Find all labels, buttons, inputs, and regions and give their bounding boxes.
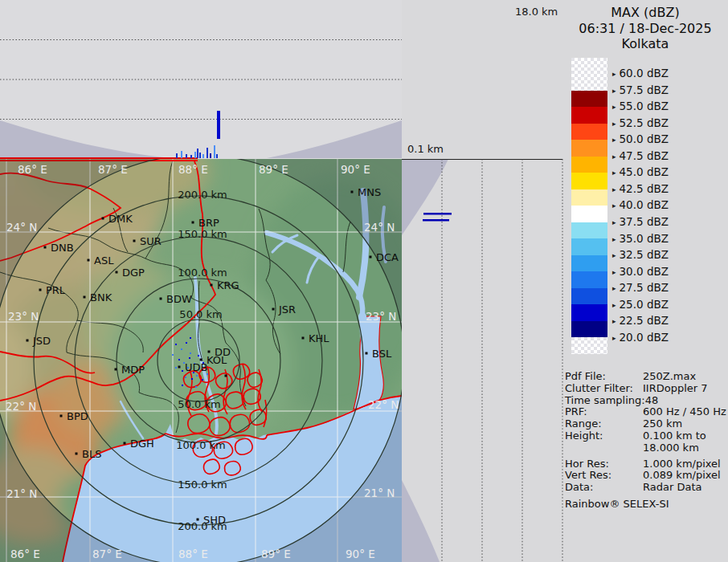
range-ring-label: 100.0 km	[178, 267, 227, 279]
station-label: JSR	[278, 303, 296, 316]
dbz-swatch-13	[571, 304, 607, 321]
echo-speck	[186, 342, 187, 344]
dbz-threshold-label: ▸50.0 dBZ	[612, 132, 669, 145]
meta-label: Data:	[565, 482, 643, 494]
echo-speck	[190, 337, 191, 339]
dbz-swatch-7	[571, 206, 607, 222]
meta-value: 1.000 km/pixel	[643, 458, 721, 470]
coordinate-label: 88° E	[178, 163, 208, 176]
height-axis-min-label: 0.1 km	[407, 143, 444, 155]
coordinate-label: 87° E	[92, 548, 122, 560]
dbz-threshold-label: ▸47.5 dBZ	[612, 149, 669, 162]
station-dot	[115, 369, 117, 371]
coordinate-label: 89° E	[261, 548, 291, 560]
echo-speck	[181, 348, 182, 350]
station-label: MDP	[121, 364, 145, 376]
meta-value: 0.100 km to	[643, 430, 706, 442]
dbz-swatch-0	[571, 91, 607, 108]
coordinate-label: 21° N	[364, 487, 395, 499]
side-height-profile-panel	[402, 159, 567, 562]
station-label: BDW	[166, 293, 192, 305]
dbz-swatch-1	[571, 107, 607, 124]
echo-speck	[191, 378, 193, 380]
tick-arrow-icon: ▸	[612, 268, 616, 276]
dbz-swatch-5	[571, 173, 607, 189]
echo-column-bar	[217, 111, 220, 139]
meta-label: Range:	[565, 418, 643, 430]
tick-arrow-icon: ▸	[612, 169, 616, 177]
echo-speck	[182, 385, 183, 386]
dbz-value: 40.0 dBZ	[620, 198, 669, 211]
tick-arrow-icon: ▸	[612, 235, 616, 243]
echo-speck	[196, 375, 198, 377]
dbz-threshold-label: ▸57.5 dBZ	[612, 83, 669, 96]
dbz-threshold-label: ▸40.0 dBZ	[612, 198, 669, 211]
height-axis-max-label: 18.0 km	[515, 6, 558, 18]
station-dot	[88, 259, 90, 262]
meta-value: 250 km	[643, 418, 682, 430]
echo-speck	[185, 377, 186, 378]
dbz-value: 57.5 dBZ	[620, 83, 669, 96]
meta-value: IIRDoppler 7	[643, 383, 708, 395]
height-gridlines	[442, 159, 562, 562]
coordinate-label: 24° N	[364, 221, 395, 234]
range-ring-label: 50.0 km	[178, 398, 220, 410]
dbz-value: 52.5 dBZ	[620, 116, 669, 129]
meta-label: Vert Res:	[565, 470, 643, 482]
dbz-threshold-label: ▸22.5 dBZ	[612, 314, 669, 327]
dbz-swatch-above-60	[571, 58, 607, 91]
echo-tick	[216, 154, 218, 158]
echo-dash	[423, 213, 452, 215]
tick-arrow-icon: ▸	[612, 284, 616, 292]
station-label: DNB	[51, 242, 74, 254]
coordinate-label: 22° N	[368, 398, 399, 411]
station-label: BSL	[372, 348, 392, 360]
echo-tick	[207, 148, 208, 158]
product-metadata: Pdf File:250Z.max Clutter Filter:IIRDopp…	[565, 371, 727, 511]
range-ring-label: 150.0 km	[178, 228, 227, 240]
echo-speck	[207, 373, 208, 375]
dbz-swatch-4	[571, 157, 607, 173]
coordinate-label: 86° E	[18, 163, 47, 176]
radar-application-window: DMKBRPSURMNSDNBASLDGPDCAPRLBNKBDWKRGJSRK…	[0, 0, 728, 562]
coordinate-label: 90° E	[346, 548, 375, 560]
range-ring-label: 50.0 km	[179, 308, 222, 320]
tick-arrow-icon: ▸	[612, 218, 616, 226]
station-dot	[116, 271, 118, 274]
coordinate-label: 21° N	[6, 487, 37, 500]
echo-speck	[178, 359, 180, 360]
meta-label: Height:	[565, 430, 643, 442]
meta-label: Pdf File:	[565, 371, 643, 383]
station-label: MNS	[358, 186, 381, 198]
dbz-swatch-12	[571, 288, 607, 305]
dbz-threshold-label: ▸60.0 dBZ	[612, 67, 669, 79]
dbz-threshold-label: ▸37.5 dBZ	[612, 215, 669, 228]
tick-arrow-icon: ▸	[612, 153, 616, 161]
station-label: UDB	[185, 361, 207, 373]
dbz-threshold-label: ▸30.0 dBZ	[612, 265, 669, 278]
dbz-threshold-label: ▸20.0 dBZ	[612, 331, 669, 344]
station-dot	[302, 337, 305, 340]
station-label: KRG	[217, 279, 239, 291]
meta-label: Hor Res:	[565, 458, 643, 470]
echo-speck	[195, 386, 197, 388]
station-dot	[272, 308, 275, 311]
echo-tick	[186, 154, 187, 158]
echo-tick	[199, 153, 201, 158]
echo-speck	[189, 357, 190, 359]
station-dot	[27, 340, 29, 342]
station-label: DMK	[108, 213, 133, 225]
echo-speck	[172, 354, 174, 356]
echo-speck	[182, 370, 183, 372]
station-dot	[44, 246, 47, 249]
station-label: KOL	[207, 354, 227, 366]
echo-tick	[202, 154, 204, 158]
tick-arrow-icon: ▸	[612, 136, 616, 144]
software-credit: Rainbow® SELEX-SI	[565, 499, 727, 511]
echo-dash	[423, 219, 449, 222]
range-ring-label: 150.0 km	[178, 479, 227, 491]
dbz-threshold-label: ▸45.0 dBZ	[612, 165, 669, 178]
tick-arrow-icon: ▸	[612, 87, 616, 95]
dbz-value: 47.5 dBZ	[620, 149, 669, 162]
station-label: SUR	[140, 235, 162, 247]
